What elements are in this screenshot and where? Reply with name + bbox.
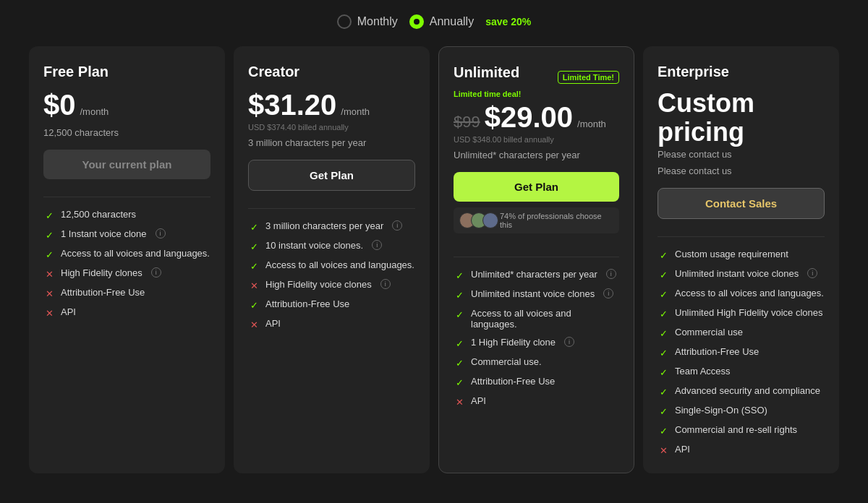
plan-card-free: Free Plan $0 /month 12,500 characters Yo… [29,46,225,473]
check-icon-free-0: ✓ [43,210,55,221]
price-block-unlimited: Limited time deal! $99 $29.00 /month USD… [454,90,619,144]
feature-text-free-2: Access to all voices and languages. [61,248,210,259]
feature-text-enterprise-6: Team Access [675,366,731,377]
info-icon-creator-0[interactable]: i [392,220,402,231]
divider-enterprise [658,236,825,237]
price-period-free: /month [80,106,109,117]
divider-unlimited [454,257,619,257]
unlimited-header-row: Unlimited Limited Time! [454,64,619,90]
feature-text-unlimited-4: Commercial use. [471,356,542,367]
check-icon-enterprise-7: ✓ [658,386,669,397]
info-icon-free-1[interactable]: i [156,228,166,238]
monthly-option[interactable]: Monthly [337,14,398,29]
btn-unlimited[interactable]: Get Plan [454,172,619,202]
feature-creator-2: ✓ Access to all voices and languages. [248,259,415,272]
characters-free: 12,500 characters [43,127,210,138]
feature-unlimited-2: ✓ Access to all voices and languages. [454,308,619,330]
feature-text-unlimited-0: Unlimited* characters per year [471,269,597,280]
feature-text-enterprise-1: Unlimited instant voice clones [675,268,799,279]
info-icon-creator-3[interactable]: i [380,279,391,289]
price-billed-creator: USD $374.40 billed annually [248,123,415,132]
x-icon-enterprise-10: ✕ [658,444,669,456]
deal-text: Limited time deal! [454,90,619,98]
info-icon-creator-1[interactable]: i [372,240,382,250]
x-icon-creator-3: ✕ [248,280,260,291]
feature-free-0: ✓ 12,500 characters [43,209,210,221]
price-contact-sub: Please contact us [658,149,825,160]
check-icon-enterprise-9: ✓ [658,425,669,437]
feature-text-enterprise-5: Attribution-Free Use [675,346,759,357]
billing-toggle: Monthly Annually save 20% [337,14,531,29]
x-icon-free-3: ✕ [43,268,55,280]
limited-time-badge: Limited Time! [558,71,619,84]
feature-unlimited-3: ✓ 1 High Fidelity clone i [454,337,619,349]
feature-text-enterprise-8: Single-Sign-On (SSO) [675,405,767,416]
x-icon-creator-5: ✕ [248,319,260,330]
annually-radio[interactable] [409,14,424,29]
check-icon-creator-2: ✓ [248,260,260,272]
feature-creator-1: ✓ 10 instant voice clones. i [248,240,415,252]
info-icon-unlimited-1[interactable]: i [603,288,613,298]
feature-text-free-3: High Fidelity clones [61,267,142,278]
plan-card-creator: Creator $31.20 /month USD $374.40 billed… [234,46,430,473]
features-free: ✓ 12,500 characters ✓ 1 Instant voice cl… [43,209,210,319]
check-icon-enterprise-4: ✓ [658,327,669,339]
info-icon-free-3[interactable]: i [151,267,161,278]
feature-text-enterprise-10: API [675,444,690,455]
plan-name-unlimited: Unlimited [454,64,519,81]
plan-card-unlimited: Unlimited Limited Time! Limited time dea… [438,46,634,473]
feature-enterprise-9: ✓ Commercial and re-sell rights [658,424,825,437]
check-icon-unlimited-1: ✓ [454,289,465,301]
feature-enterprise-0: ✓ Custom usage requirement [658,249,825,261]
annually-option[interactable]: Annually [409,14,474,29]
feature-text-enterprise-0: Custom usage requirement [675,249,788,259]
check-icon-unlimited-3: ✓ [454,338,465,349]
btn-free[interactable]: Your current plan [43,150,210,179]
info-icon-enterprise-1[interactable]: i [807,268,817,278]
divider-free [43,197,210,197]
feature-text-enterprise-9: Commercial and re-sell rights [675,424,797,435]
check-icon-enterprise-5: ✓ [658,347,669,358]
feature-free-2: ✓ Access to all voices and languages. [43,248,210,260]
feature-creator-0: ✓ 3 million characters per year i [248,220,415,233]
btn-enterprise[interactable]: Contact Sales [658,188,825,219]
check-icon-creator-1: ✓ [248,241,260,252]
feature-unlimited-5: ✓ Attribution-Free Use [454,376,619,388]
price-block-creator: $31.20 /month USD $374.40 billed annuall… [248,89,415,132]
check-icon-enterprise-6: ✓ [658,366,669,378]
feature-unlimited-4: ✓ Commercial use. [454,356,619,369]
info-icon-unlimited-3[interactable]: i [564,337,574,347]
check-icon-free-1: ✓ [43,229,55,241]
characters-creator: 3 million characters per year [248,137,415,148]
feature-free-4: ✕ Attribution-Free Use [43,287,210,299]
feature-text-enterprise-4: Commercial use [675,327,743,338]
monthly-radio[interactable] [337,14,352,29]
feature-text-creator-0: 3 million characters per year [265,220,383,231]
info-icon-unlimited-0[interactable]: i [606,269,616,279]
price-custom-enterprise: Custom pricing [658,89,825,146]
btn-creator[interactable]: Get Plan [248,160,415,191]
price-value-free: $0 [43,89,76,121]
divider-creator [248,208,415,209]
feature-enterprise-1: ✓ Unlimited instant voice clones i [658,268,825,280]
check-icon-unlimited-5: ✓ [454,377,465,388]
check-icon-enterprise-8: ✓ [658,405,669,417]
check-icon-free-2: ✓ [43,249,55,260]
social-proof: 74% of professionals choose this [454,207,619,233]
check-icon-creator-4: ✓ [248,299,260,311]
price-old-unlimited: $99 [454,113,480,132]
feature-text-free-1: 1 Instant voice clone [61,228,147,239]
feature-text-creator-3: High Fidelity voice clones [265,279,372,290]
social-proof-text: 74% of professionals choose this [500,212,613,229]
price-block-enterprise: Custom pricing Please contact us [658,89,825,160]
feature-text-unlimited-3: 1 High Fidelity clone [471,337,556,348]
feature-enterprise-3: ✓ Unlimited High Fidelity voice clones [658,307,825,319]
price-block-free: $0 /month [43,89,210,121]
price-billed-unlimited: USD $348.00 billed annually [454,135,619,144]
feature-text-free-0: 12,500 characters [61,209,136,220]
feature-unlimited-1: ✓ Unlimited instant voice clones i [454,288,619,301]
feature-enterprise-6: ✓ Team Access [658,366,825,378]
check-icon-enterprise-0: ✓ [658,249,669,261]
feature-free-5: ✕ API [43,306,210,319]
plan-card-enterprise: Enterprise Custom pricing Please contact… [643,46,839,473]
